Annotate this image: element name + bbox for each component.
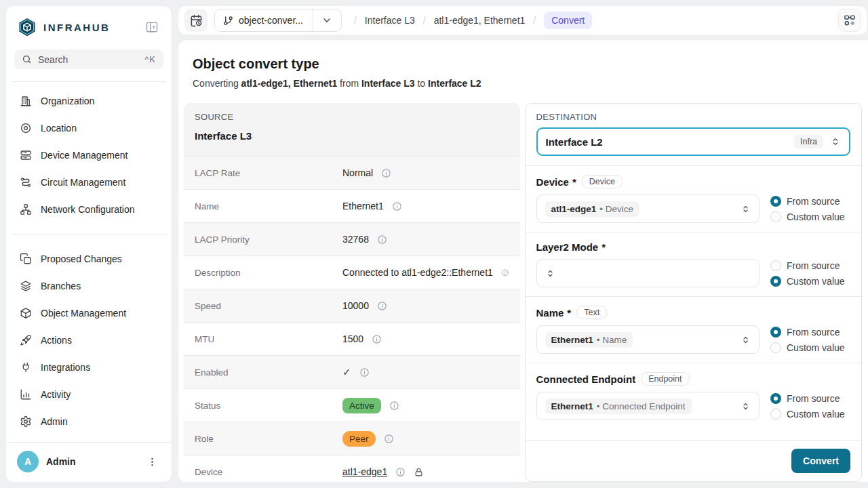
breadcrumb-separator: / [533,15,536,26]
selected-value-pill: Ethernet1• Connected Endpoint [545,399,692,414]
enabled-check-icon: ✓ [342,366,351,378]
value-name: Ethernet1 [551,401,593,411]
info-icon[interactable] [381,168,391,178]
sidebar-collapse-button[interactable] [143,18,161,36]
info-icon[interactable] [501,268,509,278]
sidebar-item-label: Integrations [41,362,90,373]
radio-dot [770,260,781,271]
info-icon[interactable] [389,401,399,411]
sidebar-item-label: Object Management [41,308,126,319]
breadcrumb-item-object[interactable]: atl1-edge1, Ethernet1 [434,15,526,26]
breadcrumb-separator: / [423,15,426,26]
search-placeholder: Search [38,54,138,65]
infrahub-logo-icon [17,17,37,37]
radio-custom-value[interactable]: Custom value [770,342,850,353]
radio-label: Custom value [787,276,845,287]
sidebar-item-proposed-changes[interactable]: Proposed Changes [14,245,163,272]
avatar[interactable]: A [17,451,39,472]
property-value: 10000 [342,300,369,311]
field-name: Name * Text Ethernet1• Name From source … [526,296,862,363]
info-icon[interactable] [359,367,370,378]
breadcrumb-item-convert[interactable]: Convert [544,12,592,29]
rocket-icon [20,334,32,346]
sidebar-item-network-configuration[interactable]: Network Configuration [14,196,163,223]
property-label: Enabled [195,367,342,378]
field-label: Connected Endpoint [536,373,636,385]
sidebar-item-admin[interactable]: Admin [14,408,163,435]
user-menu-button[interactable] [143,453,161,470]
property-label: Speed [195,301,342,311]
field-value-select[interactable]: Ethernet1• Name [536,325,760,354]
building-icon [20,95,32,107]
role-badge: Peer [342,431,376,447]
field-value-select[interactable] [536,259,760,287]
radio-custom-value[interactable]: Custom value [770,276,850,287]
field-kind-badge: Device [582,175,623,188]
radio-custom-value[interactable]: Custom value [770,409,850,420]
breadcrumb-item-interface-l3[interactable]: Interface L3 [365,15,415,26]
sidebar-item-object-management[interactable]: Object Management [14,300,163,327]
logo-row: INFRAHUB [14,13,163,40]
main-area: object-conver... / Interface L3 / atl1-e… [178,5,868,483]
sidebar-item-organization[interactable]: Organization [14,87,163,115]
property-row-name: Name Ethernet1 [184,189,520,222]
copy-diff-icon [20,253,32,265]
radio-from-source[interactable]: From source [770,327,850,338]
branch-dropdown-toggle[interactable] [313,9,341,31]
panels-row: SOURCE Interface L3 LACP Rate Normal Nam… [178,103,868,482]
value-suffix: • Device [599,204,633,214]
sidebar-item-integrations[interactable]: Integrations [14,354,163,381]
value-suffix: • Connected Endpoint [597,401,686,411]
sidebar-item-label: Organization [41,96,94,106]
field-value-select[interactable]: atl1-edge1• Device [536,195,760,223]
gear-icon [20,415,32,428]
info-icon[interactable] [384,434,394,444]
sidebar-item-circuit-management[interactable]: Circuit Management [14,169,163,196]
info-icon[interactable] [377,235,387,245]
sidebar-item-branches[interactable]: Branches [14,272,163,300]
subtitle-text: Converting [193,78,241,89]
radio-from-source[interactable]: From source [770,196,850,207]
sidebar: INFRAHUB Search ^K Organization Location [5,5,172,483]
schema-button[interactable] [838,9,861,32]
destination-kind-select[interactable]: Interface L2 Infra [536,127,851,156]
branch-selector[interactable]: object-conver... [214,9,342,32]
destination-panel: DESTINATION Interface L2 Infra Device * … [525,103,863,482]
sidebar-item-actions[interactable]: Actions [14,327,163,354]
sidebar-item-location[interactable]: Location [14,115,163,142]
sidebar-item-label: Proposed Changes [41,253,122,264]
page-header: Object convert type Converting atl1-edge… [178,40,868,89]
sidebar-item-activity[interactable]: Activity [14,381,163,408]
property-row-status: Status Active [184,388,520,422]
device-link[interactable]: atl1-edge1 [342,466,387,477]
property-value: Normal [342,167,373,178]
cube-icon [20,307,32,319]
time-travel-button[interactable] [184,9,208,32]
info-icon[interactable] [377,301,387,311]
property-label: Name [195,201,342,211]
field-label: Device [536,176,569,188]
field-label: Name [536,307,564,319]
convert-button[interactable]: Convert [791,449,850,473]
sidebar-item-label: Network Configuration [41,204,135,215]
radio-dot [770,409,781,420]
info-icon[interactable] [395,467,406,477]
property-row-role: Role Peer [184,422,520,455]
info-icon[interactable] [392,201,402,211]
search-input[interactable]: Search ^K [14,49,163,69]
radio-dot [770,327,781,338]
kebab-menu-icon [146,456,158,468]
subtitle-text: from [337,78,361,89]
sidebar-item-device-management[interactable]: Device Management [14,142,163,169]
source-panel: SOURCE Interface L3 LACP Rate Normal Nam… [184,103,520,482]
field-value-select[interactable]: Ethernet1• Connected Endpoint [536,392,760,420]
radio-dot [770,342,781,353]
subtitle-object: atl1-edge1, Ethernet1 [241,78,338,89]
property-row-description: Description Connected to atl1-edge2::Eth… [184,256,520,289]
info-icon[interactable] [372,334,382,344]
radio-custom-value[interactable]: Custom value [770,211,850,222]
radio-from-source[interactable]: From source [770,393,850,404]
property-label: Device [195,467,342,477]
radio-from-source[interactable]: From source [770,260,850,271]
selected-value-pill: atl1-edge1• Device [545,201,640,217]
